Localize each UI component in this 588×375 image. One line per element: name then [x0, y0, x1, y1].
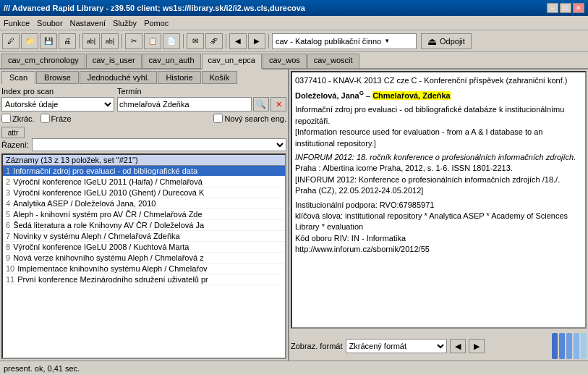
maximize-button[interactable]: □ — [560, 3, 571, 13]
tb-forward-button[interactable]: ▶ — [248, 33, 265, 49]
tb-icon-7[interactable]: ✂ — [125, 33, 142, 49]
detail-line1: 0377410 - KNAV-K 2013 CZ cze C - Konfere… — [295, 75, 582, 86]
menu-funkce[interactable]: Funkce — [4, 19, 30, 28]
tb-icon-1[interactable]: 🖊 — [2, 33, 20, 49]
clear-btn[interactable]: ✕ — [270, 97, 286, 111]
result-item[interactable]: 4Analytika ASEP / Doleželová Jana, 2010 — [3, 198, 285, 209]
result-item[interactable]: 1Informační zdroj pro evaluaci - od bibl… — [3, 166, 285, 177]
tb-icon-5[interactable]: ab| — [82, 33, 100, 49]
format-btn-1[interactable]: ◀ — [450, 339, 466, 353]
check-fraze[interactable]: Fráze — [41, 114, 72, 123]
menu-sluzby[interactable]: Služby — [113, 19, 137, 28]
author2-highlight: Chmelařová, Zdeňka — [372, 91, 451, 100]
attr-button[interactable]: attr — [1, 127, 25, 138]
format-btn-2[interactable]: ▶ — [469, 339, 485, 353]
tab-cav-woscit[interactable]: cav_woscit — [307, 54, 359, 68]
tab-jednoduche[interactable]: Jednoduché vyhl. — [80, 71, 158, 84]
stripe-bar-5 — [581, 333, 587, 359]
result-item[interactable]: 6Šedá literatura a role Knihovny AV ČR /… — [3, 220, 285, 231]
tab-cav-is-user[interactable]: cav_is_user — [86, 54, 142, 68]
tb-icon-4[interactable]: 🖨 — [59, 33, 76, 49]
check-fraze-input[interactable] — [41, 114, 50, 123]
top-tabs: cav_cm_chronology cav_is_user cav_un_aut… — [0, 52, 588, 69]
tb-icon-3[interactable]: 💾 — [40, 33, 57, 49]
toolbar: 🖊 📁 💾 🖨 ab| ab| ✂ 📋 📄 ✉ 🖇 ◀ ▶ cav - Kata… — [0, 30, 588, 52]
stripe-bar-4 — [574, 333, 579, 359]
status-text: present. ok, 0,41 sec. — [4, 364, 80, 373]
result-item[interactable]: 8Výroční konference IGeLU 2008 / Kuchtov… — [3, 242, 285, 253]
result-item[interactable]: 11První konference Mezinárodního sdružen… — [3, 274, 285, 285]
tb-icon-10[interactable]: ✉ — [187, 33, 204, 49]
detail-authors: Doleželová, JanaG – Chmelařová, Zdeňka — [295, 89, 582, 101]
check-novy[interactable]: Nový search eng. — [213, 114, 286, 123]
tb-icon-6[interactable]: ab| — [101, 33, 119, 49]
tb-sep-5 — [268, 34, 269, 49]
term-input[interactable] — [117, 97, 252, 111]
tb-icon-8[interactable]: 📋 — [144, 33, 161, 49]
term-box: Termín 🔍 ✕ — [117, 87, 286, 111]
main-content: Scan Browse Jednoduché vyhl. Historie Ko… — [0, 69, 588, 361]
dropdown-arrow-icon: ▼ — [384, 38, 390, 44]
detail-keywords: klíčová slova: institutional repository … — [295, 211, 582, 233]
tb-icon-9[interactable]: 📄 — [163, 33, 180, 49]
title-bar-buttons: − □ ✕ — [547, 3, 584, 13]
detail-url: http://www.inforum.cz/sbornik/2012/55 — [295, 244, 582, 255]
sort-label: Řazení: — [1, 140, 29, 149]
results-list[interactable]: Záznamy (13 z 13 položek, set "#21") 1In… — [1, 153, 286, 359]
check-novy-input[interactable] — [213, 114, 223, 123]
index-box: Index pro scan Autorské údaje — [1, 87, 114, 111]
result-item[interactable]: 2Výroční konference IGeLU 2011 (Haifa) /… — [3, 177, 285, 188]
decorative-stripe — [552, 333, 587, 359]
result-item[interactable]: 7Novinky v systému Aleph / Chmelařová Zd… — [3, 231, 285, 242]
sub-tabs: Scan Browse Jednoduché vyhl. Historie Ko… — [1, 71, 286, 84]
term-row: 🔍 ✕ — [117, 97, 286, 111]
detail-text: 0377410 - KNAV-K 2013 CZ cze C - Konfere… — [291, 71, 587, 329]
tab-cav-wos[interactable]: cav_wos — [263, 54, 307, 68]
tb-sep-2 — [122, 34, 122, 49]
result-item[interactable]: 9Nová verze knihovního systému Aleph / C… — [3, 253, 285, 264]
disconnect-button[interactable]: ⏏ Odpojit — [421, 33, 472, 49]
minimize-button[interactable]: − — [547, 3, 558, 13]
tb-icon-11[interactable]: 🖇 — [205, 33, 223, 49]
stripe-bar-3 — [566, 333, 572, 359]
sort-select[interactable] — [32, 138, 286, 151]
tab-cav-un-auth[interactable]: cav_un_auth — [142, 54, 201, 68]
index-label: Index pro scan — [1, 87, 114, 96]
tb-icon-2[interactable]: 📁 — [21, 33, 38, 49]
menu-pomoc[interactable]: Pomoc — [144, 19, 169, 28]
search-icon-btn[interactable]: 🔍 — [253, 97, 269, 111]
left-panel: Scan Browse Jednoduché vyhl. Historie Ko… — [0, 69, 289, 361]
menu-nastaveni[interactable]: Nastavení — [70, 19, 106, 28]
tb-sep-3 — [183, 34, 184, 49]
check-zkrac-input[interactable] — [1, 114, 11, 123]
close-button[interactable]: ✕ — [573, 3, 584, 13]
tab-browse[interactable]: Browse — [36, 71, 79, 84]
search-area: Index pro scan Autorské údaje Termín 🔍 ✕ — [1, 87, 286, 111]
result-item[interactable]: 5Aleph - knihovní systém pro AV ČR / Chm… — [3, 209, 285, 220]
detail-code: Kód oboru RIV: IN - Informatika — [295, 233, 582, 244]
format-select[interactable]: Zkrácený formát — [346, 339, 447, 353]
tab-historie[interactable]: Historie — [158, 71, 200, 84]
index-select[interactable]: Autorské údaje — [1, 97, 114, 111]
tab-cav-un-epca[interactable]: cav_un_epca — [202, 54, 262, 69]
detail-desc-en: [Information resource used for evaluatio… — [295, 127, 582, 149]
stripe-bar-1 — [552, 333, 558, 359]
tab-cav-cm-chronology[interactable]: cav_cm_chronology — [1, 54, 85, 68]
tb-back-button[interactable]: ◀ — [229, 33, 247, 49]
tb-sep-1 — [79, 34, 80, 49]
results-header: Záznamy (13 z 13 položek, set "#21") — [3, 155, 285, 166]
menu-soubor[interactable]: Soubor — [37, 19, 62, 28]
title-bar: /// Advanced Rapid Library - z39.50 clie… — [0, 0, 588, 16]
tab-kosik[interactable]: Košík — [202, 71, 238, 84]
title-bar-text: /// Advanced Rapid Library - z39.50 clie… — [4, 4, 305, 12]
sort-row: Řazení: — [1, 138, 286, 151]
tb-catalog-dropdown[interactable]: cav - Katalog publikační činno ▼ — [272, 33, 417, 49]
author1: Doleželová, JanaG — [295, 91, 364, 100]
stripe-bar-2 — [559, 333, 565, 359]
check-zkrac[interactable]: Zkrác. — [1, 114, 35, 123]
tab-scan[interactable]: Scan — [1, 71, 35, 84]
detail-support: Institucionální podpora: RVO:67985971 — [295, 200, 582, 211]
menu-bar: Funkce Soubor Nastavení Služby Pomoc — [0, 16, 588, 30]
result-item[interactable]: 3Výroční konference IGeLU 2010 (Ghent) /… — [3, 188, 285, 198]
result-item[interactable]: 10Implementace knihovního systému Aleph … — [3, 264, 285, 274]
